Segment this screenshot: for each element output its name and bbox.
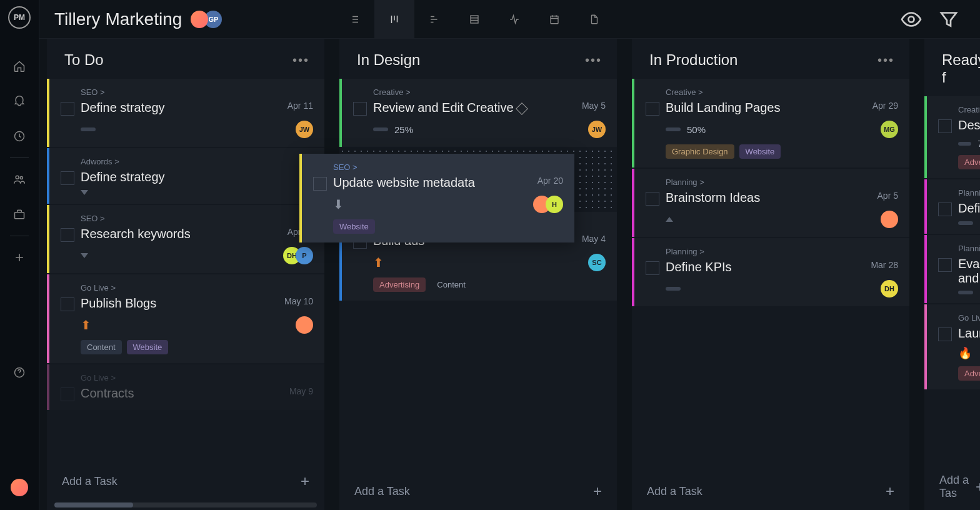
- task-card[interactable]: SEO > Define strategy Apr 11 JW: [47, 79, 324, 147]
- add-task-button[interactable]: Add a Task +: [339, 472, 617, 510]
- task-tag[interactable]: Adverti: [958, 155, 980, 169]
- bell-icon[interactable]: [7, 89, 32, 114]
- task-card[interactable]: Go Live > Contracts May 9: [47, 364, 324, 410]
- task-card[interactable]: Planning Evalua and N: [924, 235, 980, 303]
- task-card[interactable]: Go Live Launc 🔥Adverti: [924, 304, 980, 389]
- task-tag[interactable]: Advertising: [373, 278, 426, 292]
- assignee-avatar[interactable]: DH: [881, 280, 898, 298]
- task-breadcrumb[interactable]: Planning: [958, 244, 980, 253]
- task-title[interactable]: Publish Blogs: [81, 296, 284, 311]
- task-title[interactable]: Define strategy: [81, 101, 288, 115]
- add-task-button[interactable]: Add a Task +: [47, 462, 324, 500]
- gantt-view-icon[interactable]: [414, 0, 454, 39]
- task-breadcrumb[interactable]: SEO >: [81, 214, 313, 223]
- task-card[interactable]: Creative > Build Landing Pages Apr 29 50…: [632, 79, 909, 168]
- assignee-avatar[interactable]: P: [296, 247, 313, 264]
- task-card[interactable]: Creative Desig 75Adverti: [924, 96, 980, 178]
- task-checkbox[interactable]: [61, 388, 74, 401]
- task-checkbox[interactable]: [61, 171, 74, 185]
- calendar-view-icon[interactable]: [534, 0, 574, 39]
- home-icon[interactable]: [7, 54, 32, 79]
- assignee-avatar[interactable]: [881, 211, 898, 228]
- task-card[interactable]: Creative > Review and Edit Creative May …: [339, 79, 617, 147]
- task-card[interactable]: Adwords > Define strategy: [47, 148, 324, 204]
- assignee-avatar[interactable]: SC: [588, 254, 606, 271]
- task-checkbox[interactable]: [646, 261, 659, 275]
- task-title[interactable]: Desig: [958, 118, 980, 132]
- task-checkbox[interactable]: [646, 192, 659, 206]
- chevron-down-icon[interactable]: [81, 253, 88, 258]
- task-tag[interactable]: Website: [127, 340, 169, 354]
- app-logo[interactable]: PM: [8, 6, 31, 29]
- task-tag[interactable]: Website: [739, 144, 781, 159]
- task-title[interactable]: Evalua and N: [958, 257, 980, 286]
- task-card[interactable]: Planning > Brainstorm Ideas Apr 5: [632, 169, 909, 237]
- board-view-icon[interactable]: [374, 0, 414, 39]
- column-menu-icon[interactable]: •••: [292, 53, 309, 68]
- task-checkbox[interactable]: [61, 228, 74, 242]
- add-task-button[interactable]: Add a Task +: [632, 472, 909, 510]
- task-title[interactable]: Research keywords: [81, 227, 288, 241]
- briefcase-icon[interactable]: [7, 202, 32, 227]
- assignee-avatar[interactable]: JW: [588, 121, 606, 138]
- task-checkbox[interactable]: [61, 298, 74, 311]
- task-checkbox[interactable]: [646, 102, 659, 116]
- task-breadcrumb[interactable]: Planning >: [666, 247, 898, 256]
- task-breadcrumb[interactable]: Go Live >: [81, 283, 313, 292]
- task-title[interactable]: Brainstorm Ideas: [666, 191, 878, 205]
- task-title[interactable]: Define KPIs: [666, 260, 871, 274]
- eye-icon[interactable]: [900, 8, 922, 31]
- project-members[interactable]: GP: [194, 11, 222, 28]
- task-tag[interactable]: Content: [431, 278, 472, 292]
- task-breadcrumb[interactable]: Go Live >: [81, 373, 313, 382]
- task-checkbox[interactable]: [938, 258, 952, 272]
- task-breadcrumb[interactable]: Planning: [958, 188, 980, 198]
- clock-icon[interactable]: [7, 124, 32, 149]
- task-checkbox[interactable]: [938, 119, 952, 133]
- assignee-avatar[interactable]: MG: [881, 121, 898, 138]
- task-card[interactable]: Go Live > Publish Blogs May 10 ⬆ContentW…: [47, 274, 324, 363]
- task-title[interactable]: Define: [958, 201, 980, 216]
- assignee-avatar[interactable]: H: [546, 196, 563, 213]
- task-card[interactable]: SEO > Research keywords Apr 13 DHP: [47, 205, 324, 273]
- task-title[interactable]: Update website metadata: [333, 176, 538, 190]
- add-icon[interactable]: [7, 245, 32, 270]
- user-avatar-icon[interactable]: [7, 475, 32, 500]
- table-view-icon[interactable]: [454, 0, 494, 39]
- task-checkbox[interactable]: [938, 202, 952, 216]
- task-tag[interactable]: Website: [333, 219, 375, 234]
- task-title[interactable]: Review and Edit Creative: [373, 101, 582, 115]
- task-card[interactable]: Planning > Define KPIs Mar 28 DH: [632, 238, 909, 306]
- task-checkbox[interactable]: [353, 102, 367, 116]
- task-card[interactable]: Planning Define: [924, 179, 980, 234]
- task-title[interactable]: Launc: [958, 326, 980, 341]
- task-breadcrumb[interactable]: Planning >: [666, 178, 898, 187]
- member-avatar[interactable]: [191, 11, 208, 28]
- task-breadcrumb[interactable]: Creative >: [666, 88, 898, 97]
- add-task-button[interactable]: Add a Tas +: [924, 464, 980, 510]
- task-checkbox[interactable]: [61, 102, 74, 116]
- task-checkbox[interactable]: [313, 177, 327, 191]
- column-menu-icon[interactable]: •••: [585, 53, 602, 68]
- file-view-icon[interactable]: [574, 0, 614, 39]
- task-title[interactable]: Contracts: [81, 386, 289, 401]
- task-checkbox[interactable]: [938, 328, 952, 341]
- assignee-avatar[interactable]: JW: [296, 121, 313, 138]
- chevron-up-icon[interactable]: [666, 217, 673, 222]
- assignee-avatar[interactable]: [296, 316, 313, 334]
- task-tag[interactable]: Graphic Design: [666, 144, 734, 159]
- dragging-card[interactable]: SEO > Update website metadata Apr 20 ⬇ H…: [299, 154, 574, 242]
- task-breadcrumb[interactable]: SEO >: [333, 162, 563, 172]
- task-breadcrumb[interactable]: SEO >: [81, 88, 313, 97]
- filter-icon[interactable]: [938, 8, 960, 31]
- task-breadcrumb[interactable]: Creative: [958, 105, 980, 114]
- task-title[interactable]: Define strategy: [81, 170, 313, 184]
- task-tag[interactable]: Content: [81, 340, 122, 354]
- task-tag[interactable]: Adverti: [958, 366, 980, 381]
- help-icon[interactable]: [7, 360, 32, 385]
- task-breadcrumb[interactable]: Go Live: [958, 313, 980, 322]
- task-title[interactable]: Build Landing Pages: [666, 101, 872, 115]
- task-breadcrumb[interactable]: Adwords >: [81, 157, 313, 166]
- list-view-icon[interactable]: [334, 0, 374, 39]
- chevron-down-icon[interactable]: [81, 190, 88, 195]
